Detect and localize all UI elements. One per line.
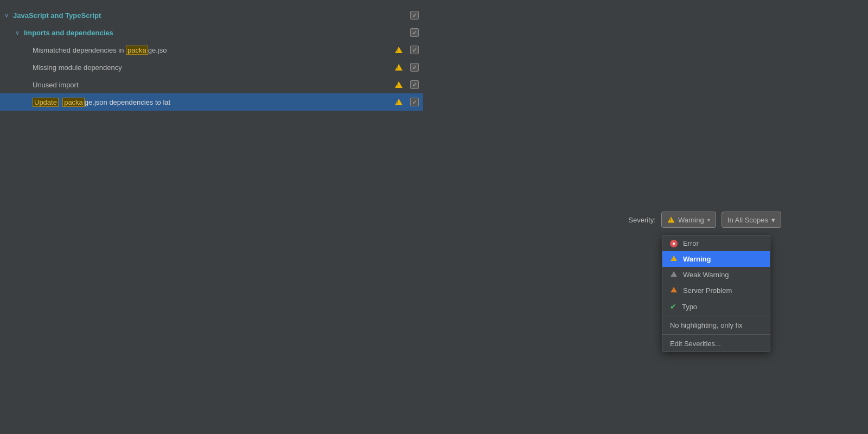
menu-item-weak-warning[interactable]: Weak Warning <box>662 267 770 283</box>
row2-warning-icon <box>395 64 403 71</box>
row3-warning-icon <box>395 81 403 88</box>
checkbox-js-ts[interactable]: ✓ <box>410 11 419 20</box>
menu-item-warning[interactable]: Warning <box>662 251 770 267</box>
row4-warning-icon <box>395 99 403 105</box>
menu-item-error-label: Error <box>683 239 699 247</box>
section-imports-label: Imports and dependencies <box>24 29 406 37</box>
toggle-js-ts[interactable]: ∨ <box>4 12 11 19</box>
severity-area: Severity: Warning ▾ ● Error Warning <box>628 212 781 232</box>
checkbox-row4[interactable]: ✓ <box>410 98 419 106</box>
menu-item-edit-severities[interactable]: Edit Severities... <box>662 336 770 352</box>
row1-label: Mismatched dependencies in package.jso <box>33 46 392 54</box>
toggle-imports[interactable]: ∨ <box>15 29 22 36</box>
scope-value: In All Scopes <box>727 216 768 224</box>
menu-separator-1 <box>662 316 770 316</box>
checkbox-row3[interactable]: ✓ <box>410 80 419 89</box>
severity-warning-icon <box>668 217 675 223</box>
row2-label: Missing module dependency <box>33 63 392 72</box>
severity-dropdown-menu: ● Error Warning Weak Warning <box>662 235 770 352</box>
tree-panel: ∨ JavaScript and TypeScript ✓ ∨ Imports … <box>0 0 423 117</box>
menu-separator-2 <box>662 334 770 335</box>
checkbox-row2[interactable]: ✓ <box>410 63 419 72</box>
warning-menu-icon <box>670 255 678 263</box>
row1-highlight: packa <box>126 46 148 55</box>
section-js-ts[interactable]: ∨ JavaScript and TypeScript ✓ <box>0 7 423 24</box>
section-js-ts-label: JavaScript and TypeScript <box>13 11 406 20</box>
tree-row-3[interactable]: Unused import ✓ <box>0 76 423 93</box>
row4-label: Update package.json dependencies to lat <box>33 98 392 106</box>
menu-item-server-problem-label: Server Problem <box>683 286 732 295</box>
scope-dropdown[interactable]: In All Scopes ▾ <box>722 212 781 228</box>
menu-item-typo-label: Typo <box>682 303 697 311</box>
row1-warning-icon <box>395 47 403 53</box>
section-imports[interactable]: ∨ Imports and dependencies ✓ <box>0 24 423 41</box>
menu-item-weak-warning-label: Weak Warning <box>683 271 729 279</box>
tree-row-2[interactable]: Missing module dependency ✓ <box>0 59 423 76</box>
typo-icon: ✔ <box>670 302 676 311</box>
severity-dropdown[interactable]: Warning ▾ ● Error Warning <box>661 212 716 228</box>
menu-item-error[interactable]: ● Error <box>662 235 770 251</box>
menu-item-no-highlight[interactable]: No highlighting, only fix <box>662 317 770 333</box>
menu-item-no-highlight-label: No highlighting, only fix <box>670 321 743 329</box>
server-problem-icon <box>670 286 678 295</box>
error-icon: ● <box>670 240 678 247</box>
severity-arrow-icon: ▾ <box>707 217 710 223</box>
menu-item-edit-severities-label: Edit Severities... <box>670 340 721 348</box>
scope-arrow-icon: ▾ <box>771 216 775 224</box>
row4-highlight1: Update <box>33 98 59 107</box>
severity-value: Warning <box>678 216 704 224</box>
menu-item-typo[interactable]: ✔ Typo <box>662 298 770 315</box>
severity-row: Severity: Warning ▾ ● Error Warning <box>628 212 781 228</box>
menu-item-warning-label: Warning <box>683 255 711 263</box>
severity-label: Severity: <box>628 216 656 224</box>
tree-row-1[interactable]: Mismatched dependencies in package.jso ✓ <box>0 41 423 59</box>
checkbox-imports[interactable]: ✓ <box>410 28 419 37</box>
menu-item-server-problem[interactable]: Server Problem <box>662 283 770 298</box>
tree-row-4[interactable]: Update package.json dependencies to lat … <box>0 93 423 111</box>
checkbox-row1[interactable]: ✓ <box>410 46 419 54</box>
row3-label: Unused import <box>33 81 392 89</box>
row4-highlight2: packa <box>62 98 85 107</box>
weak-warning-icon <box>670 271 678 279</box>
